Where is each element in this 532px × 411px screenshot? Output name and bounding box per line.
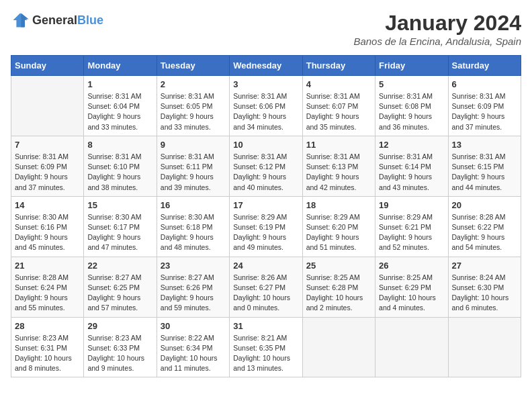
calendar-cell: 30Sunrise: 8:22 AMSunset: 6:34 PMDayligh…	[157, 317, 229, 377]
day-number: 4	[306, 79, 371, 89]
day-info: Sunrise: 8:22 AMSunset: 6:34 PMDaylight:…	[161, 333, 226, 374]
calendar-cell	[375, 317, 448, 377]
calendar-cell	[302, 317, 375, 377]
day-number: 19	[379, 200, 444, 210]
day-info: Sunrise: 8:27 AMSunset: 6:25 PMDaylight:…	[87, 273, 152, 314]
svg-marker-1	[21, 13, 28, 28]
calendar-cell: 6Sunrise: 8:31 AMSunset: 6:09 PMDaylight…	[448, 76, 521, 136]
day-number: 26	[379, 261, 444, 271]
day-info: Sunrise: 8:28 AMSunset: 6:24 PMDaylight:…	[15, 273, 80, 314]
day-number: 12	[379, 140, 444, 150]
header-friday: Friday	[375, 56, 448, 76]
calendar-cell: 10Sunrise: 8:31 AMSunset: 6:12 PMDayligh…	[230, 136, 302, 196]
header-saturday: Saturday	[448, 56, 521, 76]
calendar-cell: 17Sunrise: 8:29 AMSunset: 6:19 PMDayligh…	[230, 196, 302, 257]
calendar-cell: 5Sunrise: 8:31 AMSunset: 6:08 PMDaylight…	[375, 76, 448, 136]
calendar-cell: 2Sunrise: 8:31 AMSunset: 6:05 PMDaylight…	[157, 76, 229, 136]
day-info: Sunrise: 8:31 AMSunset: 6:07 PMDaylight:…	[306, 91, 371, 132]
day-info: Sunrise: 8:27 AMSunset: 6:26 PMDaylight:…	[161, 273, 226, 314]
day-info: Sunrise: 8:30 AMSunset: 6:16 PMDaylight:…	[15, 212, 80, 253]
day-number: 14	[15, 200, 80, 210]
day-number: 18	[306, 200, 371, 210]
calendar-cell: 8Sunrise: 8:31 AMSunset: 6:10 PMDaylight…	[84, 136, 157, 196]
calendar-cell: 22Sunrise: 8:27 AMSunset: 6:25 PMDayligh…	[84, 257, 157, 317]
day-number: 22	[87, 261, 152, 271]
title-block: January 2024 Banos de la Encina, Andalus…	[353, 11, 521, 47]
day-info: Sunrise: 8:31 AMSunset: 6:10 PMDaylight:…	[87, 152, 152, 193]
calendar-cell: 29Sunrise: 8:23 AMSunset: 6:33 PMDayligh…	[84, 317, 157, 377]
calendar-cell: 3Sunrise: 8:31 AMSunset: 6:06 PMDaylight…	[230, 76, 302, 136]
day-info: Sunrise: 8:30 AMSunset: 6:17 PMDaylight:…	[87, 212, 152, 253]
day-info: Sunrise: 8:29 AMSunset: 6:21 PMDaylight:…	[379, 212, 444, 253]
day-info: Sunrise: 8:31 AMSunset: 6:09 PMDaylight:…	[15, 152, 80, 193]
calendar-week-row: 14Sunrise: 8:30 AMSunset: 6:16 PMDayligh…	[11, 196, 521, 257]
day-number: 17	[233, 200, 298, 210]
calendar-cell: 16Sunrise: 8:30 AMSunset: 6:18 PMDayligh…	[157, 196, 229, 257]
day-number: 29	[87, 321, 152, 331]
calendar-cell: 15Sunrise: 8:30 AMSunset: 6:17 PMDayligh…	[84, 196, 157, 257]
day-number: 23	[161, 261, 226, 271]
day-info: Sunrise: 8:24 AMSunset: 6:30 PMDaylight:…	[452, 273, 517, 314]
calendar-cell: 14Sunrise: 8:30 AMSunset: 6:16 PMDayligh…	[11, 196, 84, 257]
month-year-title: January 2024	[353, 11, 521, 36]
day-info: Sunrise: 8:23 AMSunset: 6:31 PMDaylight:…	[15, 333, 80, 374]
day-info: Sunrise: 8:31 AMSunset: 6:08 PMDaylight:…	[379, 91, 444, 132]
day-info: Sunrise: 8:28 AMSunset: 6:22 PMDaylight:…	[452, 212, 517, 253]
calendar-cell: 13Sunrise: 8:31 AMSunset: 6:15 PMDayligh…	[448, 136, 521, 196]
location-subtitle: Banos de la Encina, Andalusia, Spain	[353, 36, 521, 47]
logo-general: General	[32, 13, 77, 27]
day-number: 20	[452, 200, 517, 210]
calendar-cell: 19Sunrise: 8:29 AMSunset: 6:21 PMDayligh…	[375, 196, 448, 257]
calendar-week-row: 28Sunrise: 8:23 AMSunset: 6:31 PMDayligh…	[11, 317, 521, 377]
calendar-cell: 4Sunrise: 8:31 AMSunset: 6:07 PMDaylight…	[302, 76, 375, 136]
day-info: Sunrise: 8:31 AMSunset: 6:04 PMDaylight:…	[87, 91, 152, 132]
day-info: Sunrise: 8:26 AMSunset: 6:27 PMDaylight:…	[233, 273, 298, 314]
calendar-week-row: 7Sunrise: 8:31 AMSunset: 6:09 PMDaylight…	[11, 136, 521, 196]
calendar-cell: 21Sunrise: 8:28 AMSunset: 6:24 PMDayligh…	[11, 257, 84, 317]
day-number: 31	[233, 321, 298, 331]
day-info: Sunrise: 8:31 AMSunset: 6:11 PMDaylight:…	[161, 152, 226, 193]
logo-blue: Blue	[77, 13, 103, 27]
day-info: Sunrise: 8:31 AMSunset: 6:13 PMDaylight:…	[306, 152, 371, 193]
logo: GeneralBlue	[11, 11, 103, 30]
day-number: 21	[15, 261, 80, 271]
day-info: Sunrise: 8:31 AMSunset: 6:15 PMDaylight:…	[452, 152, 517, 193]
calendar-cell: 18Sunrise: 8:29 AMSunset: 6:20 PMDayligh…	[302, 196, 375, 257]
header-tuesday: Tuesday	[157, 56, 229, 76]
header-thursday: Thursday	[302, 56, 375, 76]
weekday-header-row: Sunday Monday Tuesday Wednesday Thursday…	[11, 56, 521, 76]
calendar-cell: 9Sunrise: 8:31 AMSunset: 6:11 PMDaylight…	[157, 136, 229, 196]
day-info: Sunrise: 8:23 AMSunset: 6:33 PMDaylight:…	[87, 333, 152, 374]
calendar-cell: 23Sunrise: 8:27 AMSunset: 6:26 PMDayligh…	[157, 257, 229, 317]
day-info: Sunrise: 8:29 AMSunset: 6:20 PMDaylight:…	[306, 212, 371, 253]
day-number: 28	[15, 321, 80, 331]
day-number: 13	[452, 140, 517, 150]
header-wednesday: Wednesday	[230, 56, 302, 76]
day-info: Sunrise: 8:31 AMSunset: 6:09 PMDaylight:…	[452, 91, 517, 132]
header-monday: Monday	[84, 56, 157, 76]
day-number: 9	[161, 140, 226, 150]
header-sunday: Sunday	[11, 56, 84, 76]
calendar-cell: 12Sunrise: 8:31 AMSunset: 6:14 PMDayligh…	[375, 136, 448, 196]
calendar-cell: 28Sunrise: 8:23 AMSunset: 6:31 PMDayligh…	[11, 317, 84, 377]
day-number: 10	[233, 140, 298, 150]
day-number: 2	[161, 79, 226, 89]
day-info: Sunrise: 8:31 AMSunset: 6:14 PMDaylight:…	[379, 152, 444, 193]
calendar-cell: 1Sunrise: 8:31 AMSunset: 6:04 PMDaylight…	[84, 76, 157, 136]
calendar-week-row: 1Sunrise: 8:31 AMSunset: 6:04 PMDaylight…	[11, 76, 521, 136]
day-number: 15	[87, 200, 152, 210]
calendar-cell: 25Sunrise: 8:25 AMSunset: 6:28 PMDayligh…	[302, 257, 375, 317]
calendar-cell: 31Sunrise: 8:21 AMSunset: 6:35 PMDayligh…	[230, 317, 302, 377]
day-info: Sunrise: 8:30 AMSunset: 6:18 PMDaylight:…	[161, 212, 226, 253]
day-info: Sunrise: 8:31 AMSunset: 6:12 PMDaylight:…	[233, 152, 298, 193]
calendar-cell: 24Sunrise: 8:26 AMSunset: 6:27 PMDayligh…	[230, 257, 302, 317]
day-number: 25	[306, 261, 371, 271]
calendar-week-row: 21Sunrise: 8:28 AMSunset: 6:24 PMDayligh…	[11, 257, 521, 317]
day-number: 30	[161, 321, 226, 331]
calendar-cell	[448, 317, 521, 377]
day-info: Sunrise: 8:29 AMSunset: 6:19 PMDaylight:…	[233, 212, 298, 253]
day-number: 16	[161, 200, 226, 210]
day-number: 5	[379, 79, 444, 89]
day-number: 24	[233, 261, 298, 271]
calendar-table: Sunday Monday Tuesday Wednesday Thursday…	[11, 55, 521, 377]
